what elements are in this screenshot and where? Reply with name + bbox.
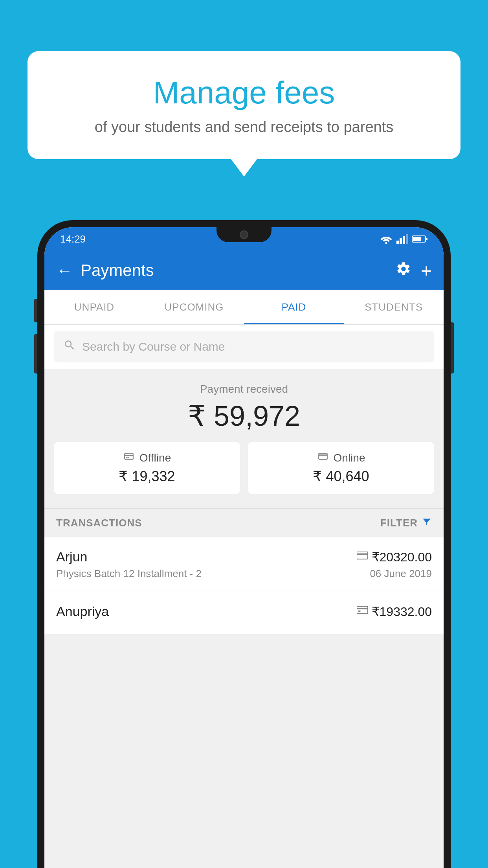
status-time: 14:29 — [60, 233, 86, 245]
back-button[interactable]: ← — [56, 261, 73, 280]
transaction-row[interactable]: Anupriya ₹19332.00 — [44, 592, 444, 634]
transaction-amount: ₹20320.00 — [372, 550, 432, 565]
bubble-title: Manage fees — [59, 75, 429, 111]
transaction-name: Arjun — [56, 549, 87, 565]
transaction-amount-container: ₹20320.00 — [357, 550, 432, 565]
offline-payment-card: Offline ₹ 19,332 — [54, 442, 240, 494]
offline-amount: ₹ 19,332 — [63, 468, 231, 485]
transaction-name: Anupriya — [56, 604, 109, 619]
svg-point-0 — [385, 242, 387, 244]
online-label: Online — [334, 452, 365, 464]
svg-rect-12 — [319, 453, 327, 459]
phone-power-button — [451, 322, 454, 373]
add-button[interactable]: + — [421, 260, 432, 281]
phone-side-button — [34, 299, 37, 322]
phone-frame: 14:29 — [37, 220, 451, 868]
tabs-container: UNPAID UPCOMING PAID STUDENTS — [44, 290, 444, 325]
tab-students[interactable]: STUDENTS — [344, 290, 444, 324]
transaction-top: Arjun ₹20320.00 — [56, 549, 432, 565]
svg-rect-4 — [406, 234, 408, 244]
tab-paid[interactable]: PAID — [244, 290, 344, 324]
search-placeholder: Search by Course or Name — [82, 340, 225, 353]
phone-volume-button — [34, 334, 37, 373]
svg-rect-16 — [357, 607, 368, 614]
payment-total-amount: ₹ 59,972 — [54, 399, 434, 432]
filter-label: FILTER — [380, 517, 418, 529]
online-payment-card: Online ₹ 40,640 — [248, 442, 434, 494]
svg-rect-10 — [126, 457, 127, 458]
svg-rect-11 — [128, 457, 129, 458]
battery-icon — [412, 235, 428, 243]
svg-rect-7 — [426, 238, 427, 240]
svg-rect-8 — [125, 453, 133, 459]
svg-rect-14 — [357, 552, 368, 559]
online-card-header: Online — [257, 451, 425, 464]
signal-icon — [396, 234, 408, 244]
search-box[interactable]: Search by Course or Name — [54, 331, 434, 362]
phone-notch — [216, 227, 272, 242]
filter-container[interactable]: FILTER — [380, 517, 432, 530]
settings-button[interactable] — [396, 261, 411, 280]
transaction-bottom: Physics Batch 12 Installment - 2 06 June… — [56, 568, 432, 580]
app-header: ← Payments + — [44, 251, 444, 290]
phone-screen: 14:29 — [44, 227, 444, 868]
transactions-header: TRANSACTIONS FILTER — [44, 508, 444, 537]
phone-mockup: 14:29 — [37, 220, 451, 868]
payment-cards: Offline ₹ 19,332 — [54, 442, 434, 494]
svg-rect-6 — [413, 237, 421, 241]
speech-bubble: Manage fees of your students and send re… — [28, 51, 460, 159]
search-icon — [63, 339, 76, 355]
online-icon — [317, 451, 329, 464]
online-payment-icon — [357, 551, 368, 563]
payment-received-label: Payment received — [54, 383, 434, 395]
header-title: Payments — [81, 261, 396, 280]
offline-label: Offline — [139, 452, 171, 464]
offline-card-header: Offline — [63, 451, 231, 464]
svg-rect-2 — [400, 238, 402, 244]
wifi-icon — [380, 234, 393, 244]
transaction-top: Anupriya ₹19332.00 — [56, 604, 432, 619]
offline-payment-icon — [357, 605, 368, 618]
search-container: Search by Course or Name — [44, 325, 444, 369]
svg-rect-3 — [403, 236, 405, 244]
online-amount: ₹ 40,640 — [257, 468, 425, 485]
transactions-label: TRANSACTIONS — [56, 517, 142, 529]
transaction-row[interactable]: Arjun ₹20320.00 Physics Batch 12 Install… — [44, 537, 444, 592]
filter-icon — [422, 517, 432, 530]
tab-unpaid[interactable]: UNPAID — [44, 290, 144, 324]
transaction-course: Physics Batch 12 Installment - 2 — [56, 568, 202, 580]
svg-rect-1 — [396, 241, 399, 244]
transaction-date: 06 June 2019 — [370, 568, 432, 580]
camera — [240, 230, 248, 239]
tab-upcoming[interactable]: UPCOMING — [144, 290, 244, 324]
svg-rect-18 — [358, 611, 360, 612]
status-icons — [380, 234, 428, 244]
offline-icon — [123, 451, 135, 464]
bubble-subtitle: of your students and send receipts to pa… — [59, 119, 429, 136]
speech-bubble-section: Manage fees of your students and send re… — [28, 51, 460, 159]
header-icons: + — [396, 260, 432, 281]
transaction-amount: ₹19332.00 — [372, 604, 432, 619]
payment-summary: Payment received ₹ 59,972 — [44, 369, 444, 508]
transaction-amount-container: ₹19332.00 — [357, 604, 432, 619]
